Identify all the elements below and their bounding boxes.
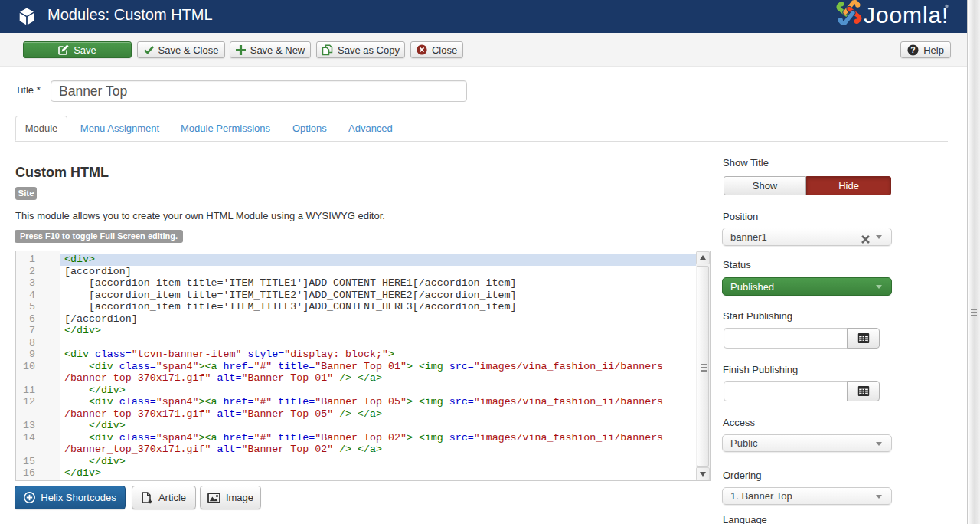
svg-text:Joomla!: Joomla! [864,2,949,28]
svg-text:?: ? [910,45,915,54]
